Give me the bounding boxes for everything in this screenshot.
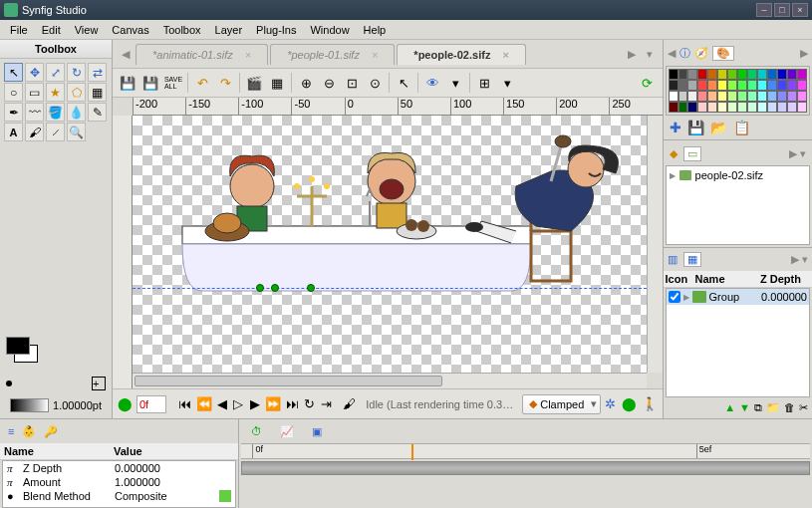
- tab-prev[interactable]: ◀: [117, 43, 135, 65]
- palette-swatch[interactable]: [669, 102, 678, 113]
- tool-circle[interactable]: ○: [4, 83, 23, 102]
- tool-transform[interactable]: ↖: [4, 63, 23, 82]
- onion-opts-icon[interactable]: ▾: [444, 72, 466, 94]
- zoom-fit-icon[interactable]: ⊡: [341, 72, 363, 94]
- palette-swatch[interactable]: [697, 102, 707, 113]
- tool-zoom[interactable]: 🔍: [67, 123, 86, 141]
- tool-sketch[interactable]: ✎: [88, 103, 107, 122]
- saveall-icon[interactable]: SAVEALL: [162, 72, 184, 94]
- tool-mirror[interactable]: ⇄: [88, 63, 107, 82]
- palette-swatch[interactable]: [797, 69, 807, 80]
- tab-menu[interactable]: ▾: [641, 43, 659, 65]
- palette-open-icon[interactable]: 📂: [710, 120, 727, 135]
- seek-next-key-icon[interactable]: ⏩: [264, 393, 282, 415]
- color-palette[interactable]: [666, 66, 810, 116]
- sets-tab-icon[interactable]: ▦: [683, 252, 701, 267]
- layers-tab-icon[interactable]: ▥: [668, 253, 677, 266]
- palette-swatch[interactable]: [707, 91, 717, 102]
- menu-edit[interactable]: Edit: [36, 22, 67, 38]
- grid-opts-icon[interactable]: ▾: [496, 72, 518, 94]
- palette-swatch[interactable]: [757, 80, 767, 91]
- close-icon[interactable]: ×: [502, 49, 508, 61]
- tool-eyedrop[interactable]: 💧: [67, 103, 86, 122]
- rigging-icon[interactable]: 🚶: [641, 393, 659, 415]
- tool-text[interactable]: A: [4, 123, 23, 141]
- palette-swatch[interactable]: [669, 91, 678, 102]
- interpolation-combo[interactable]: ◆ Clamped: [522, 394, 601, 414]
- palette-swatch[interactable]: [757, 91, 767, 102]
- palette-swatch[interactable]: [697, 80, 707, 91]
- tool-width[interactable]: ⟋: [46, 123, 65, 141]
- seek-prev-frame-icon[interactable]: ◀: [216, 393, 229, 415]
- tool-star[interactable]: ★: [46, 83, 65, 102]
- palette-swatch[interactable]: [767, 91, 777, 102]
- palette-swatch[interactable]: [678, 69, 688, 80]
- maximize-button[interactable]: □: [774, 3, 790, 17]
- undo-icon[interactable]: ↶: [191, 72, 213, 94]
- palette-swatch[interactable]: [707, 80, 717, 91]
- palette-swatch[interactable]: [717, 91, 727, 102]
- saveas-icon[interactable]: 💾: [139, 72, 161, 94]
- layer-list[interactable]: ▶ Group 0.000000: [666, 288, 810, 397]
- menu-canvas[interactable]: Canvas: [106, 22, 154, 38]
- cursor-icon[interactable]: ↖: [393, 72, 414, 94]
- palette-swatch[interactable]: [787, 102, 797, 113]
- panel-nav-prev[interactable]: ◀: [668, 47, 676, 60]
- palette-swatch[interactable]: [757, 102, 767, 113]
- params-tab-icon[interactable]: ≡: [8, 425, 14, 437]
- bounds-icon[interactable]: ⇥: [320, 393, 333, 415]
- color-swatch[interactable]: [6, 337, 46, 367]
- layer-up-icon[interactable]: ▲: [724, 401, 735, 414]
- palette-swatch[interactable]: [687, 91, 697, 102]
- menu-view[interactable]: View: [69, 22, 105, 38]
- tool-gradient[interactable]: ▦: [88, 83, 107, 102]
- list-item[interactable]: ▶ people-02.sifz: [669, 168, 807, 182]
- tool-bucket[interactable]: 🪣: [46, 103, 65, 122]
- seek-end-icon[interactable]: ⏭: [285, 393, 300, 415]
- palette-swatch[interactable]: [678, 80, 688, 91]
- layer-del-icon[interactable]: 🗑: [784, 401, 795, 414]
- palette-swatch[interactable]: [697, 69, 707, 80]
- scrollbar-vertical[interactable]: [647, 116, 663, 373]
- palette-swatch[interactable]: [678, 91, 688, 102]
- palette-swatch[interactable]: [737, 102, 747, 113]
- close-button[interactable]: ×: [792, 3, 808, 17]
- record-icon[interactable]: ⬤: [117, 393, 134, 415]
- canvas-list[interactable]: ▶ people-02.sifz: [666, 165, 810, 245]
- nav-tab-icon[interactable]: 🧭: [694, 47, 708, 60]
- scrollbar-horizontal[interactable]: [133, 373, 647, 388]
- palette-swatch[interactable]: [777, 80, 787, 91]
- timeline-track[interactable]: [241, 461, 810, 475]
- palette-add-icon[interactable]: ✚: [670, 120, 681, 135]
- palette-swatch[interactable]: [717, 102, 727, 113]
- table-row[interactable]: ●Blend MethodComposite: [3, 489, 235, 503]
- palette-swatch[interactable]: [687, 102, 697, 113]
- palette-swatch[interactable]: [787, 80, 797, 91]
- table-row[interactable]: πAmount1.000000: [3, 475, 235, 489]
- palette-swatch[interactable]: [687, 80, 697, 91]
- zoom-out-icon[interactable]: ⊖: [318, 72, 340, 94]
- zoom-in-icon[interactable]: ⊕: [295, 72, 317, 94]
- save-icon[interactable]: 💾: [117, 72, 138, 94]
- timeline-ruler[interactable]: 0f 5ef: [241, 443, 810, 459]
- timetrack-tab-icon[interactable]: ⏱: [251, 425, 262, 437]
- panel-nav-next[interactable]: ▶: [800, 47, 808, 60]
- palette-swatch[interactable]: [737, 80, 747, 91]
- table-row[interactable]: ◉Origin-144.473630px,-112.3540: [3, 503, 235, 508]
- layer-group-icon[interactable]: 📁: [766, 401, 780, 414]
- palette-swatch[interactable]: [797, 80, 807, 91]
- menu-help[interactable]: Help: [358, 22, 393, 38]
- menu-file[interactable]: File: [4, 22, 34, 38]
- grid-icon[interactable]: ⊞: [473, 72, 495, 94]
- close-icon[interactable]: ×: [372, 49, 378, 61]
- play-icon[interactable]: ▷: [232, 393, 245, 415]
- layer-cut-icon[interactable]: ✂: [799, 401, 808, 414]
- menu-window[interactable]: Window: [304, 22, 355, 38]
- document-tab[interactable]: *people-01.sifz×: [270, 44, 395, 65]
- palette-swatch[interactable]: [727, 102, 737, 113]
- tool-spline[interactable]: ✒: [4, 103, 23, 122]
- preview-icon[interactable]: ▦: [266, 72, 288, 94]
- menu-layer[interactable]: Layer: [209, 22, 249, 38]
- refresh-icon[interactable]: ⟳: [637, 72, 659, 94]
- lib-nav[interactable]: ▶ ▾: [789, 147, 806, 160]
